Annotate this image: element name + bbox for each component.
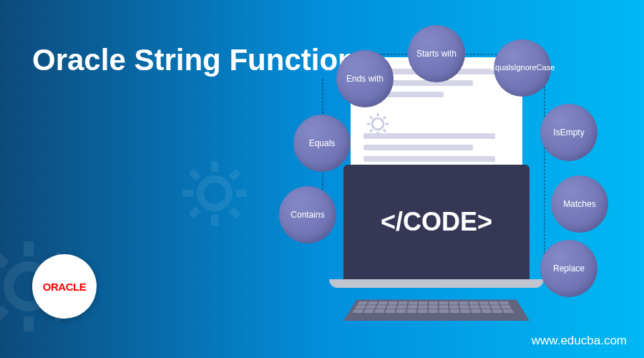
keyboard-icon [343,299,530,321]
bubble-replace: Replace [540,240,597,297]
svg-rect-11 [211,215,218,226]
gear-icon-bg2 [179,158,250,229]
svg-rect-1 [24,241,34,256]
svg-rect-5 [0,252,9,269]
bubble-equals-ignore-case: EqualsIgnoreCase [494,39,551,97]
svg-point-9 [200,179,229,208]
bubble-starts-with: Starts with [408,25,465,82]
svg-rect-7 [0,305,9,322]
svg-rect-14 [189,169,201,181]
svg-rect-22 [386,123,389,125]
bubble-contains: Contains [279,186,336,243]
svg-rect-2 [24,316,34,332]
svg-rect-25 [369,129,373,132]
svg-rect-17 [229,207,241,219]
oracle-logo-text: ORACLE [43,281,86,293]
svg-rect-13 [236,190,247,197]
svg-rect-23 [369,116,373,120]
svg-rect-20 [377,132,379,135]
illustration: </CODE> Starts with Ends with Equals Con… [258,21,615,337]
gear-icon [365,111,391,137]
svg-rect-19 [377,113,379,116]
svg-rect-12 [182,190,193,197]
bubble-is-empty: IsEmpty [540,104,597,161]
svg-rect-10 [211,161,218,172]
bubble-equals: Equals [293,115,351,172]
bubble-matches: Matches [551,175,608,233]
svg-rect-15 [229,169,241,181]
bubble-ends-with: Ends with [336,50,394,107]
svg-rect-21 [367,123,370,125]
svg-point-18 [372,118,384,130]
laptop-icon: </CODE> [329,165,544,329]
svg-rect-24 [383,116,386,120]
oracle-logo: ORACLE [32,254,97,319]
svg-rect-26 [383,129,386,132]
code-label: </CODE> [381,207,492,237]
svg-rect-16 [189,207,201,219]
